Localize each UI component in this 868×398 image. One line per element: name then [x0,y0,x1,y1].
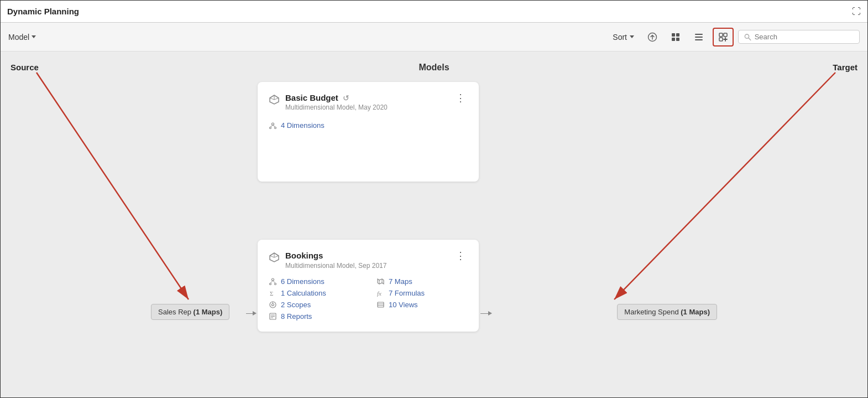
svg-point-22 [272,123,274,125]
svg-point-24 [275,127,276,129]
models-label: Models [419,63,449,73]
list-icon [694,32,704,42]
svg-rect-6 [695,37,703,38]
marketing-spend-label: Marketing Spend (1 Maps) [624,308,710,316]
svg-rect-5 [695,34,703,35]
reports-stat[interactable]: 8 Reports [269,312,360,321]
model-cube-icon [269,94,280,108]
svg-rect-10 [719,38,723,41]
list-view-button[interactable] [689,29,708,45]
upload-icon [647,32,657,42]
svg-point-32 [270,283,271,285]
svg-line-34 [270,281,273,283]
svg-point-33 [275,283,276,285]
formulas-icon: fx [377,289,385,297]
maps-stat[interactable]: 7 Maps [377,277,468,286]
basic-budget-subtitle: Multidimensional Model, May 2020 [285,104,448,111]
reports-icon [269,312,277,321]
svg-rect-3 [672,38,675,41]
main-content: Source Models Target [1,51,867,398]
calculations-icon: Σ [269,289,277,297]
bookings-dimensions-stat[interactable]: 6 Dimensions [269,277,360,286]
scopes-icon [269,301,277,309]
svg-point-13 [745,34,749,38]
bookings-title-area: Bookings Multidimensional Model, Sep 201… [285,251,448,270]
svg-line-26 [273,125,276,127]
svg-text:Σ: Σ [270,290,273,297]
reports-label: 8 Reports [281,312,312,321]
bookings-title: Bookings [285,251,323,260]
scopes-label: 2 Scopes [281,301,311,309]
add-layout-icon [718,32,728,42]
svg-line-21 [274,98,279,100]
basic-budget-stats: 4 Dimensions [269,121,468,130]
search-input[interactable] [755,33,854,41]
sort-chevron-icon [630,35,634,38]
target-label: Target [833,63,857,72]
expand-icon[interactable]: ⛶ [852,7,861,17]
svg-point-41 [272,304,274,306]
views-icon [377,301,385,309]
formulas-label: 7 Formulas [389,289,425,297]
model-dropdown[interactable]: Model [8,33,36,42]
svg-rect-7 [695,39,703,40]
svg-rect-43 [378,302,384,307]
marketing-spend-pill[interactable]: Marketing Spend (1 Maps) [617,304,717,320]
svg-rect-2 [676,33,679,37]
source-label: Source [11,63,39,72]
bookings-menu-icon[interactable]: ⋮ [453,251,468,261]
maps-icon [377,277,385,286]
bookings-cube-icon [269,252,280,266]
card-header: Basic Budget ↺ Multidimensional Model, M… [269,93,468,111]
svg-text:fx: fx [377,290,381,297]
bookings-subtitle: Multidimensional Model, Sep 2017 [285,262,448,270]
search-icon [744,33,751,41]
dimensions-label: 4 Dimensions [281,121,325,130]
svg-point-31 [272,278,274,281]
grid-view-button[interactable] [666,29,685,45]
refresh-icon[interactable]: ↺ [343,94,349,102]
model-label: Model [8,33,29,42]
formulas-stat[interactable]: fx 7 Formulas [377,289,468,297]
upload-button[interactable] [643,29,662,45]
basic-budget-card: Basic Budget ↺ Multidimensional Model, M… [258,82,479,182]
dimensions-stat[interactable]: 4 Dimensions [269,121,468,130]
toolbar: Model Sort [1,23,867,51]
sales-rep-label: Sales Rep (1 Maps) [158,308,222,316]
scopes-stat[interactable]: 2 Scopes [269,301,360,309]
svg-line-35 [273,281,276,283]
sort-label: Sort [613,33,627,42]
svg-line-29 [270,256,274,257]
search-box[interactable] [738,30,860,44]
svg-line-16 [36,73,189,299]
bookings-card: Bookings Multidimensional Model, Sep 201… [258,240,479,332]
title-bar: Dynamic Planning ⛶ [1,1,867,23]
svg-line-20 [270,98,274,100]
svg-line-14 [749,38,751,40]
basic-budget-title: Basic Budget [285,93,338,102]
svg-rect-1 [672,33,675,37]
card-title-area: Basic Budget ↺ Multidimensional Model, M… [285,93,448,111]
card-menu-icon[interactable]: ⋮ [453,93,468,103]
right-connector [480,311,493,316]
sales-rep-pill[interactable]: Sales Rep (1 Maps) [151,304,229,320]
bookings-dimensions-icon [269,277,277,286]
app-title: Dynamic Planning [7,7,79,16]
views-stat[interactable]: 10 Views [377,301,468,309]
svg-rect-8 [719,33,723,37]
calculations-label: 1 Calculations [281,289,326,297]
svg-line-17 [614,73,835,299]
grid-icon [671,32,681,42]
svg-line-30 [274,256,279,257]
svg-line-25 [270,125,273,127]
svg-rect-4 [676,38,679,41]
chevron-down-icon [32,35,36,38]
dimensions-icon [269,121,277,130]
svg-rect-9 [724,33,727,37]
views-label: 10 Views [389,301,418,309]
add-layout-button[interactable] [713,28,734,46]
sort-button[interactable]: Sort [608,30,639,44]
maps-label: 7 Maps [389,277,412,286]
calculations-stat[interactable]: Σ 1 Calculations [269,289,360,297]
bookings-dimensions-label: 6 Dimensions [281,277,325,286]
